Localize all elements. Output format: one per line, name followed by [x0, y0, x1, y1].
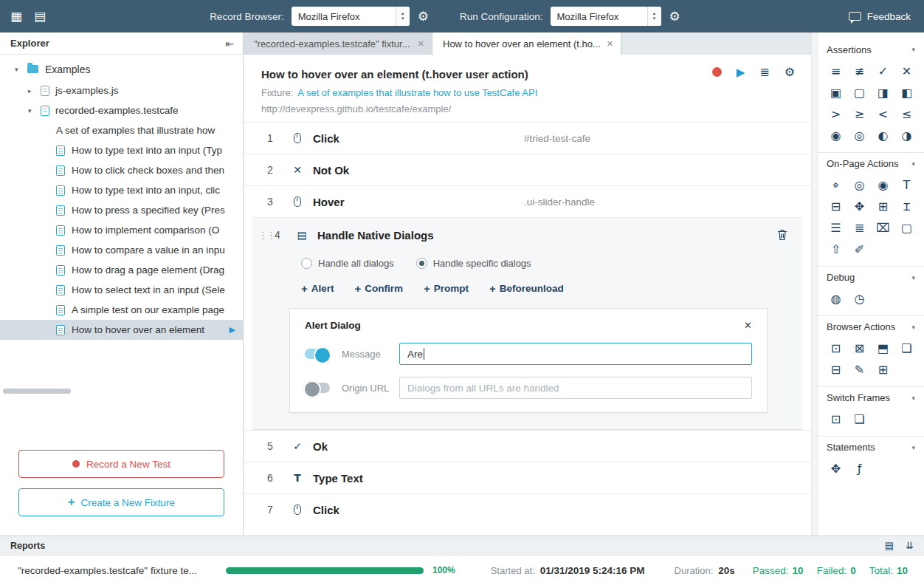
function-icon[interactable]: ƒ	[850, 459, 869, 478]
step-row-not-ok[interactable]: 2 ✕ Not Ok	[244, 154, 811, 185]
record-browser-settings-icon[interactable]: ⚙	[418, 9, 429, 24]
tree-item-examples[interactable]: ▾ Examples	[0, 58, 243, 81]
step-row-hover[interactable]: 3 Hover .ui-slider-handle	[244, 185, 811, 217]
tree-item-test[interactable]: How to implement comparison (O	[0, 220, 243, 240]
tests-icon[interactable]: ▦	[10, 9, 22, 24]
close-tab-icon[interactable]: ✕	[607, 39, 613, 49]
run-button[interactable]: ▶	[737, 66, 745, 79]
not-deep-equal-icon[interactable]: ≢	[850, 62, 869, 81]
not-within-icon[interactable]: ◑	[897, 126, 916, 145]
step-row-ok[interactable]: 5 ✓ Ok	[244, 430, 811, 462]
horizontal-scrollbar-thumb[interactable]	[3, 389, 71, 394]
drag-to-element-icon[interactable]: ⊞	[874, 197, 892, 216]
within-icon[interactable]: ◐	[874, 126, 892, 145]
delete-step-icon[interactable]	[777, 229, 787, 241]
less-or-equal-icon[interactable]: ≤	[897, 105, 916, 123]
radio-handle-all-dialogs[interactable]: Handle all dialogs	[301, 258, 394, 269]
add-confirm-button[interactable]: +Confirm	[355, 282, 404, 295]
tree-item-test[interactable]: How to press a specified key (Pres	[0, 200, 243, 220]
tree-item-test[interactable]: How to drag a page element (Drag	[0, 260, 243, 280]
open-window-icon[interactable]: ⊞	[874, 360, 892, 379]
type-of-icon[interactable]: ◨	[874, 83, 892, 102]
tree-item-test[interactable]: How to compare a value in an inpu	[0, 240, 243, 260]
tree-item-js-examples[interactable]: ▸ js-examples.js	[0, 81, 243, 100]
record-new-test-button[interactable]: Record a New Test	[18, 450, 224, 478]
contains-icon[interactable]: ▣	[827, 83, 845, 102]
section-header-browser-actions[interactable]: Browser Actions ▾	[818, 315, 924, 338]
pause-icon[interactable]: ◍	[827, 290, 845, 308]
radio-handle-specific-dialogs[interactable]: Handle specific dialogs	[416, 258, 531, 269]
section-header-debug[interactable]: Debug ▾	[818, 266, 924, 288]
tree-item-test[interactable]: How to type text into an input, clic	[0, 180, 243, 200]
tree-item-test[interactable]: How to type text into an input (Typ	[0, 140, 243, 160]
test-settings-icon[interactable]: ⚙	[785, 65, 795, 79]
caret-down-icon[interactable]: ▾	[28, 107, 41, 114]
navigate-icon[interactable]: ✎	[850, 360, 869, 379]
collapse-reports-icon[interactable]: ⇊	[906, 540, 914, 551]
speed-icon[interactable]: ◷	[850, 290, 869, 308]
run-config-select[interactable]: Mozilla Firefox ▲▼	[551, 7, 661, 26]
view-code-icon[interactable]: ≣	[759, 65, 769, 79]
tree-item-recorded-examples[interactable]: ▾ recorded-examples.testcafe	[0, 100, 243, 120]
ok-icon[interactable]: ✓	[874, 62, 892, 81]
origin-url-toggle[interactable]	[305, 383, 330, 393]
type-text-icon[interactable]: T	[897, 176, 916, 194]
clear-text-icon[interactable]: ⌧	[874, 219, 892, 237]
right-click-icon[interactable]: ◉	[874, 176, 892, 194]
select-text-area-icon[interactable]: ≣	[850, 219, 869, 237]
switch-window-icon[interactable]: ❏	[897, 339, 916, 358]
step-row-type-text[interactable]: 6 T Type Text	[244, 462, 811, 493]
switch-to-iframe-icon[interactable]: ⊡	[827, 410, 845, 428]
close-icon[interactable]: ✕	[744, 320, 752, 331]
run-config-settings-icon[interactable]: ⚙	[669, 9, 680, 24]
report-row[interactable]: "recorded-examples.testcafe" fixture te.…	[0, 555, 924, 585]
run-test-icon[interactable]: ▶	[230, 325, 235, 335]
feedback-button[interactable]: Feedback	[849, 11, 911, 22]
click-icon[interactable]: ⌖	[827, 176, 845, 194]
tree-item-test-selected[interactable]: How to hover over an element ▶	[0, 320, 243, 340]
close-window-icon[interactable]: ⊠	[850, 339, 869, 358]
add-beforeunload-button[interactable]: +Beforeunload	[489, 282, 564, 295]
report-icon[interactable]: ▤	[885, 540, 894, 551]
double-click-icon[interactable]: ◎	[850, 176, 869, 194]
tab-fixture[interactable]: "recorded-examples.testcafe" fixtur... ✕	[244, 32, 432, 55]
press-key-icon[interactable]: ⌶	[897, 197, 916, 216]
element-selector-icon[interactable]: ✥	[827, 459, 845, 478]
collapse-panel-icon[interactable]: ⇤	[225, 38, 234, 49]
element-picker-icon[interactable]: ✐	[850, 240, 869, 259]
resize-window-icon[interactable]: ⊡	[827, 339, 845, 358]
message-toggle[interactable]	[305, 349, 330, 359]
add-alert-button[interactable]: +Alert	[301, 282, 334, 295]
tab-test-active[interactable]: How to hover over an element (t.ho... ✕	[432, 32, 621, 55]
tree-item-test[interactable]: How to click check boxes and then	[0, 160, 243, 180]
step-card-header[interactable]: ⋮⋮ 4 ▤ Handle Native Dialogs	[252, 218, 802, 252]
upload-file-icon[interactable]: ⇧	[827, 240, 845, 259]
not-match-icon[interactable]: ◎	[850, 126, 869, 145]
record-browser-select[interactable]: Mozilla Firefox ▲▼	[292, 7, 410, 26]
take-screenshot-icon[interactable]: ▢	[897, 219, 916, 237]
section-header-assertions[interactable]: Assertions ▾	[818, 38, 924, 61]
section-header-on-page-actions[interactable]: On-Page Actions ▾	[818, 152, 924, 174]
record-button[interactable]	[712, 67, 722, 77]
save-icon[interactable]: ▤	[34, 9, 46, 24]
step-row-click[interactable]: 1 Click #tried-test-cafe	[244, 122, 811, 154]
minimize-window-icon[interactable]: ⊟	[827, 360, 845, 379]
section-header-switch-frames[interactable]: Switch Frames ▾	[818, 386, 924, 408]
tree-item-test[interactable]: How to select text in an input (Sele	[0, 280, 243, 300]
message-input[interactable]: Are	[399, 343, 752, 365]
tree-item-test[interactable]: A simple test on our example page	[0, 300, 243, 320]
greater-or-equal-icon[interactable]: ≥	[850, 105, 869, 123]
not-type-of-icon[interactable]: ◧	[897, 83, 916, 102]
create-new-fixture-button[interactable]: + Create a New Fixture	[18, 488, 224, 516]
stepper-icon[interactable]: ▲▼	[647, 7, 661, 26]
section-header-statements[interactable]: Statements ▾	[818, 436, 924, 458]
fixture-link[interactable]: A set of examples that illustrate how to…	[297, 87, 537, 98]
not-contains-icon[interactable]: ▢	[850, 83, 869, 102]
match-icon[interactable]: ◉	[827, 126, 845, 145]
not-ok-icon[interactable]: ✕	[897, 62, 916, 81]
select-text-icon[interactable]: ☰	[827, 219, 845, 237]
greater-icon[interactable]: >	[827, 105, 845, 123]
caret-right-icon[interactable]: ▸	[28, 87, 41, 95]
origin-url-input[interactable]	[399, 377, 752, 399]
close-tab-icon[interactable]: ✕	[418, 39, 424, 49]
